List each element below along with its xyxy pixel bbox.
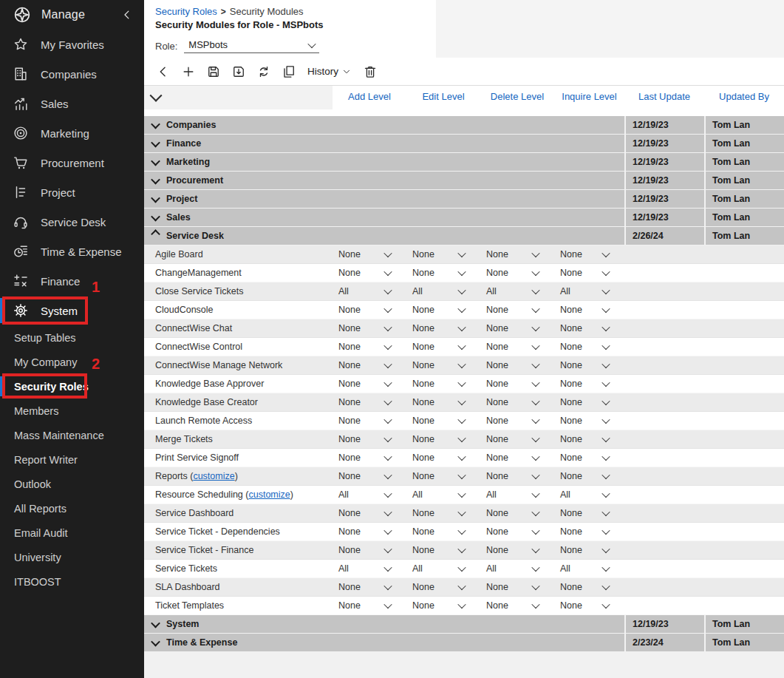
edit-level-select[interactable]: None xyxy=(406,597,480,614)
delete-level-select[interactable]: None xyxy=(480,393,554,411)
delete-level-select[interactable]: None xyxy=(480,412,554,430)
inquire-level-select[interactable]: None xyxy=(554,264,624,282)
delete-level-select[interactable]: None xyxy=(480,375,554,393)
delete-level-select[interactable]: None xyxy=(480,264,554,282)
group-toggle[interactable]: Finance xyxy=(144,135,624,152)
delete-level-select[interactable]: None xyxy=(480,301,554,319)
sidebar-subitem-outlook[interactable]: Outlook xyxy=(0,472,144,496)
history-button[interactable]: History xyxy=(301,66,358,77)
inquire-level-select[interactable]: None xyxy=(554,319,624,337)
group-toggle[interactable]: System xyxy=(144,615,624,633)
delete-level-select[interactable]: None xyxy=(480,319,554,337)
edit-level-select[interactable]: None xyxy=(406,356,480,374)
edit-level-select[interactable]: None xyxy=(406,541,480,559)
inquire-level-select[interactable]: None xyxy=(554,597,624,614)
delete-level-select[interactable]: None xyxy=(480,523,554,540)
edit-level-select[interactable]: None xyxy=(406,523,480,540)
delete-level-select[interactable]: None xyxy=(480,467,554,485)
sidebar-item-project[interactable]: Project xyxy=(0,177,144,207)
delete-level-select[interactable]: None xyxy=(480,504,554,522)
refresh-button[interactable] xyxy=(251,61,276,82)
role-select[interactable]: MSPbots xyxy=(184,38,319,53)
edit-level-select[interactable]: All xyxy=(406,486,480,504)
sidebar-item-sales[interactable]: Sales xyxy=(0,89,144,118)
add-level-select[interactable]: None xyxy=(333,245,406,263)
sidebar-item-service-desk[interactable]: Service Desk xyxy=(0,207,144,237)
delete-level-select[interactable]: None xyxy=(480,356,554,374)
edit-level-select[interactable]: None xyxy=(406,467,480,485)
sidebar-subitem-report-writer[interactable]: Report Writer xyxy=(0,447,144,472)
add-level-select[interactable]: None xyxy=(333,412,406,430)
add-level-select[interactable]: None xyxy=(333,264,406,282)
group-toggle[interactable]: Procurement xyxy=(144,172,624,189)
group-toggle[interactable]: Project xyxy=(144,190,624,208)
edit-level-select[interactable]: None xyxy=(406,449,480,467)
edit-level-select[interactable]: None xyxy=(406,430,480,448)
inquire-level-select[interactable]: None xyxy=(554,356,624,374)
add-level-select[interactable]: None xyxy=(333,375,406,393)
sidebar-item-finance[interactable]: Finance xyxy=(0,266,144,296)
inquire-level-select[interactable]: None xyxy=(554,301,624,319)
delete-level-select[interactable]: All xyxy=(480,486,554,504)
sidebar-subitem-my-company[interactable]: My Company xyxy=(0,350,144,374)
edit-level-select[interactable]: All xyxy=(406,560,480,577)
sidebar-collapse-icon[interactable] xyxy=(120,8,134,21)
copy-button[interactable] xyxy=(276,61,301,82)
edit-level-select[interactable]: None xyxy=(406,393,480,411)
edit-level-select[interactable]: None xyxy=(406,412,480,430)
sidebar-subitem-university[interactable]: University xyxy=(0,545,144,569)
inquire-level-select[interactable]: None xyxy=(554,245,624,263)
group-toggle[interactable]: Time & Expense xyxy=(144,634,624,651)
edit-level-select[interactable]: None xyxy=(406,504,480,522)
group-toggle[interactable]: Companies xyxy=(144,116,624,134)
delete-level-select[interactable]: All xyxy=(480,282,554,300)
add-level-select[interactable]: None xyxy=(333,449,406,467)
sidebar-subitem-mass-maintenance[interactable]: Mass Maintenance xyxy=(0,423,144,447)
add-level-select[interactable]: None xyxy=(333,597,406,614)
add-level-select[interactable]: None xyxy=(333,356,406,374)
inquire-level-select[interactable]: None xyxy=(554,541,624,559)
expand-all-cell[interactable] xyxy=(144,86,333,109)
add-level-select[interactable]: None xyxy=(333,467,406,485)
edit-level-select[interactable]: None xyxy=(406,319,480,337)
add-level-select[interactable]: None xyxy=(333,430,406,448)
group-toggle[interactable]: Marketing xyxy=(144,153,624,171)
inquire-level-select[interactable]: None xyxy=(554,504,624,522)
sidebar-item-time-expense[interactable]: Time & Expense xyxy=(0,237,144,266)
delete-level-select[interactable]: None xyxy=(480,541,554,559)
edit-level-select[interactable]: All xyxy=(406,282,480,300)
add-level-select[interactable]: None xyxy=(333,578,406,596)
sidebar-subitem-all-reports[interactable]: All Reports xyxy=(0,496,144,521)
customize-link[interactable]: customize xyxy=(193,471,234,481)
inquire-level-select[interactable]: None xyxy=(554,467,624,485)
delete-button[interactable] xyxy=(358,61,383,82)
edit-level-select[interactable]: None xyxy=(406,578,480,596)
sidebar-item-companies[interactable]: Companies xyxy=(0,59,144,89)
sidebar-subitem-setup-tables[interactable]: Setup Tables xyxy=(0,325,144,350)
add-level-select[interactable]: All xyxy=(333,486,406,504)
delete-level-select[interactable]: None xyxy=(480,430,554,448)
inquire-level-select[interactable]: None xyxy=(554,412,624,430)
group-toggle[interactable]: Service Desk xyxy=(144,227,624,245)
add-level-select[interactable]: None xyxy=(333,301,406,319)
breadcrumb-link-security-roles[interactable]: Security Roles xyxy=(155,6,217,17)
delete-level-select[interactable]: None xyxy=(480,245,554,263)
edit-level-select[interactable]: None xyxy=(406,245,480,263)
add-level-select[interactable]: None xyxy=(333,541,406,559)
sidebar-subitem-email-audit[interactable]: Email Audit xyxy=(0,521,144,545)
add-level-select[interactable]: All xyxy=(333,282,406,300)
edit-level-select[interactable]: None xyxy=(406,375,480,393)
sidebar-item-procurement[interactable]: Procurement xyxy=(0,148,144,177)
inquire-level-select[interactable]: All xyxy=(554,486,624,504)
group-toggle[interactable]: Sales xyxy=(144,209,624,226)
add-level-select[interactable]: None xyxy=(333,504,406,522)
add-level-select[interactable]: None xyxy=(333,523,406,540)
save-button[interactable] xyxy=(201,61,226,82)
delete-level-select[interactable]: None xyxy=(480,449,554,467)
delete-level-select[interactable]: None xyxy=(480,338,554,356)
add-level-select[interactable]: None xyxy=(333,338,406,356)
sidebar-item-marketing[interactable]: Marketing xyxy=(0,118,144,148)
add-button[interactable] xyxy=(176,61,201,82)
delete-level-select[interactable]: All xyxy=(480,560,554,577)
inquire-level-select[interactable]: None xyxy=(554,375,624,393)
